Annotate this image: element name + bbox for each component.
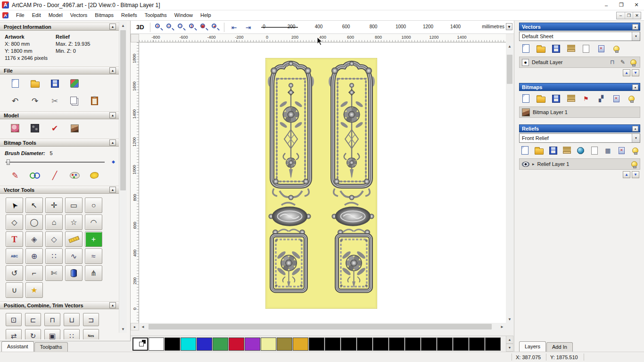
menu-file[interactable]: File — [12, 10, 28, 20]
zoom-fit-icon[interactable]: ▣ — [199, 23, 209, 32]
scrollbar-thumb[interactable] — [120, 30, 126, 190]
menu-model[interactable]: Model — [45, 10, 66, 20]
merge-relief-layers-icon[interactable] — [563, 146, 571, 155]
delete-bitmap-layer-icon[interactable] — [611, 94, 621, 103]
move-relief-up-icon[interactable]: ▲ — [623, 171, 630, 178]
palette-scroll-up-icon[interactable]: ▲ — [506, 336, 513, 344]
create-freeform-tool[interactable]: ◇ — [6, 214, 23, 230]
layer-edit-icon[interactable]: ✎ — [619, 58, 627, 66]
palette-swatch[interactable] — [309, 337, 324, 351]
select-vectors-tool[interactable]: ➤ — [6, 197, 23, 213]
extrude-tool[interactable] — [65, 265, 83, 281]
save-relief-layer-icon[interactable] — [549, 146, 557, 155]
palette-swatch[interactable] — [245, 337, 260, 351]
scrollbar-thumb[interactable] — [507, 55, 512, 84]
open-bitmap-layer-icon[interactable] — [536, 94, 545, 103]
paint-stroke-icon[interactable]: ╱ — [49, 170, 60, 181]
mdi-restore-button[interactable]: ❐ — [625, 12, 633, 19]
align-right-icon[interactable]: ⊐ — [83, 313, 99, 326]
paint-pencil-icon[interactable]: ✎ — [9, 170, 21, 181]
units-selector[interactable]: millimetres ▾ — [482, 23, 512, 30]
zoom-window-icon[interactable]: ▫ — [177, 23, 186, 32]
join-vectors-tool[interactable]: ∪ — [6, 282, 23, 298]
relief-grid-icon[interactable]: ▦ — [604, 146, 612, 155]
mdi-minimize-button[interactable]: – — [617, 12, 625, 19]
new-sheet-icon[interactable] — [581, 44, 591, 53]
palette-swatch[interactable] — [181, 337, 196, 351]
sculpting-icon[interactable]: ✔ — [49, 123, 60, 134]
pane-splitter[interactable]: ▸ — [131, 323, 139, 330]
node-editing-tool[interactable]: ↖ — [25, 197, 43, 213]
palette-swatch[interactable] — [341, 337, 356, 351]
rotate-vectors-icon[interactable]: ↻ — [25, 329, 41, 339]
mdi-close-button[interactable]: ✕ — [633, 12, 641, 19]
palette-scroll-down-icon[interactable]: ▼ — [506, 344, 513, 352]
align-bottom-icon[interactable]: ⊔ — [64, 313, 80, 326]
menu-bitmaps[interactable]: Bitmaps — [91, 10, 117, 20]
scroll-left-icon[interactable]: ◄ — [139, 323, 147, 330]
align-top-icon[interactable]: ⊓ — [44, 313, 60, 326]
collapse-bitmaps-button[interactable]: ▴ — [632, 84, 638, 90]
units-dropdown-icon[interactable]: ▾ — [506, 23, 512, 30]
tab-add-in[interactable]: Add In — [546, 342, 573, 352]
open-relief-layer-icon[interactable] — [535, 146, 544, 155]
collapse-file-button[interactable]: ▲ — [109, 67, 116, 74]
palette-swatch[interactable] — [325, 337, 340, 351]
palette-swatch[interactable] — [437, 337, 453, 351]
menu-window[interactable]: Window — [171, 10, 197, 20]
open-model-icon[interactable] — [29, 78, 41, 89]
scroll-up-icon[interactable]: ▲ — [119, 22, 127, 29]
palette-swatch[interactable] — [469, 337, 485, 351]
tab-layers[interactable]: Layers — [519, 341, 546, 352]
scroll-down-icon[interactable]: ▼ — [506, 315, 513, 323]
new-model-icon[interactable] — [9, 78, 21, 89]
save-bitmap-layer-icon[interactable] — [551, 94, 561, 103]
palette-swatch[interactable] — [197, 337, 212, 351]
palette-swatch[interactable] — [453, 337, 469, 351]
vector-doctor-tool[interactable]: ⋔ — [85, 265, 102, 281]
bitmap-layer-row[interactable]: Bitmap Layer 1 — [519, 107, 640, 118]
brush-diameter-slider[interactable] — [6, 158, 105, 165]
smooth-relief-icon[interactable] — [577, 146, 585, 155]
create-circle-tool[interactable]: ◯ — [25, 214, 43, 230]
copy-icon[interactable] — [69, 95, 80, 107]
bitmap-flag-icon[interactable]: ⚑ — [581, 94, 591, 103]
primary-colour-swatch[interactable] — [132, 337, 148, 351]
collapse-vectors-button[interactable]: ▴ — [632, 24, 638, 30]
collapse-project-information-button[interactable]: ▲ — [109, 24, 116, 30]
menu-help[interactable]: Help — [197, 10, 215, 20]
maximize-button[interactable]: ❐ — [614, 0, 629, 10]
scroll-up-icon[interactable]: ▲ — [506, 42, 513, 50]
redo-icon[interactable]: ↷ — [29, 95, 41, 107]
switch-3d-view-button[interactable]: 3D — [133, 23, 147, 32]
relief-layer-row[interactable]: ▸ Relief Layer 1 — [519, 158, 640, 170]
snap-grid-tool[interactable]: + — [85, 231, 102, 247]
palette-swatch[interactable] — [213, 337, 228, 351]
menu-vectors[interactable]: Vectors — [66, 10, 91, 20]
collapse-model-button[interactable]: ▲ — [109, 112, 116, 118]
palette-swatch[interactable] — [277, 337, 292, 351]
create-rectangle-tool[interactable]: ▭ — [65, 197, 83, 213]
undo-icon[interactable]: ↶ — [9, 95, 21, 107]
vector-layer-row[interactable]: ● Default Layer ⊓✎ — [519, 57, 640, 68]
sheet-select[interactable]: Default Sheet ▾ — [519, 32, 640, 41]
flood-fill-icon[interactable] — [89, 170, 100, 181]
zoom-in-icon[interactable]: + — [154, 23, 164, 32]
layer-colour-swatch[interactable]: ● — [522, 59, 529, 66]
all-layers-visibility-icon[interactable] — [611, 44, 621, 53]
transform-vectors-tool[interactable]: ✛ — [45, 197, 63, 213]
mirror-vectors-icon[interactable]: ⇄ — [6, 329, 22, 339]
menu-reliefs[interactable]: Reliefs — [117, 10, 141, 20]
relief-visibility-eye-icon[interactable] — [522, 162, 529, 167]
collapse-position-button[interactable]: ▲ — [109, 302, 116, 308]
close-button[interactable]: ✕ — [629, 0, 644, 10]
palette-swatch[interactable] — [421, 337, 437, 351]
move-relief-down-icon[interactable]: ▼ — [632, 171, 639, 178]
move-layer-down-icon[interactable]: ▼ — [632, 69, 639, 76]
brush-slider-handle[interactable] — [7, 159, 10, 165]
copy-along-curve-tool[interactable]: ∿ — [65, 248, 83, 264]
canvas-view[interactable] — [139, 42, 506, 323]
palette-swatch[interactable] — [261, 337, 276, 351]
create-star-tool[interactable]: ☆ — [65, 214, 83, 230]
new-relief-layer-icon[interactable] — [521, 146, 529, 155]
